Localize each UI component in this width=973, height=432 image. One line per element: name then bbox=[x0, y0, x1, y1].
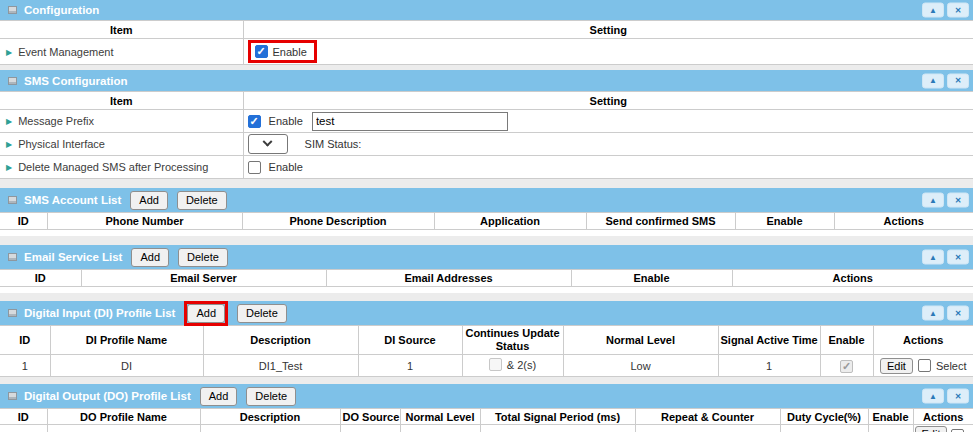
column-header: Phone Description bbox=[242, 213, 434, 230]
window-controls: ▲ ✕ bbox=[922, 193, 969, 208]
close-icon[interactable]: ✕ bbox=[947, 73, 969, 88]
sim-status-label: SIM Status: bbox=[305, 138, 362, 150]
window-controls: ▲ ✕ bbox=[922, 3, 969, 18]
item-label: Event Management bbox=[18, 46, 113, 58]
add-button[interactable]: Add bbox=[187, 304, 225, 323]
close-icon[interactable]: ✕ bbox=[947, 250, 969, 265]
collapse-icon[interactable]: ▲ bbox=[922, 3, 944, 18]
collapse-icon[interactable]: ▲ bbox=[922, 193, 944, 208]
sms-configuration-table: Item Setting ▶Message Prefix Enable ▶Phy… bbox=[0, 91, 973, 179]
column-header: DI Profile Name bbox=[50, 326, 203, 355]
column-header: Enable bbox=[820, 326, 873, 355]
panel-icon bbox=[8, 196, 17, 204]
collapse-icon[interactable]: ▲ bbox=[922, 250, 944, 265]
do-profile-list-section: Digital Output (DO) Profile List Add Del… bbox=[0, 384, 973, 432]
column-header: ID bbox=[0, 213, 47, 230]
table-row: ▶Physical Interface SIM Status: bbox=[0, 133, 973, 156]
section-title: SMS Configuration bbox=[24, 75, 128, 87]
enable-label: Enable bbox=[273, 46, 307, 58]
select-label: Select bbox=[936, 360, 967, 372]
column-header: Repeat & Counter bbox=[635, 409, 780, 425]
continues-update-checkbox bbox=[489, 358, 502, 371]
configuration-table: Item Setting ▶Event Management Enable bbox=[0, 20, 973, 65]
continues-update-value: & 2(s) bbox=[507, 359, 536, 371]
item-label: Message Prefix bbox=[18, 115, 94, 127]
do-normal-level: Low bbox=[400, 425, 480, 432]
column-header: Actions bbox=[873, 326, 973, 355]
add-button[interactable]: Add bbox=[130, 191, 168, 210]
panel-icon bbox=[8, 392, 17, 400]
delete-managed-sms-enable-checkbox[interactable] bbox=[248, 161, 261, 174]
highlight-box: Add bbox=[184, 301, 228, 326]
do-id: 1 bbox=[0, 425, 47, 432]
sms-configuration-section: SMS Configuration ▲ ✕ Item Setting ▶Mess… bbox=[0, 70, 973, 179]
message-prefix-input[interactable] bbox=[312, 112, 508, 131]
column-header: Description bbox=[200, 409, 340, 425]
column-header: Actions bbox=[732, 270, 973, 287]
add-button[interactable]: Add bbox=[131, 248, 169, 267]
edit-button[interactable]: Edit bbox=[880, 358, 913, 374]
item-label: Delete Managed SMS after Processing bbox=[18, 161, 208, 173]
delete-button[interactable]: Delete bbox=[177, 191, 227, 210]
di-profile-name: DI bbox=[50, 355, 203, 377]
configuration-section: Configuration ▲ ✕ Item Setting ▶Event Ma… bbox=[0, 0, 973, 65]
close-icon[interactable]: ✕ bbox=[947, 389, 969, 404]
column-header: Application bbox=[434, 213, 586, 230]
physical-interface-select[interactable] bbox=[248, 134, 288, 154]
table-row: 1 DI DI1_Test 1 & 2(s) Low 1 Edit Select bbox=[0, 355, 973, 377]
column-header: Continues Update Status bbox=[462, 326, 563, 355]
email-service-list-section: Email Service List Add Delete ▲ ✕ ID Ema… bbox=[0, 245, 973, 293]
window-controls: ▲ ✕ bbox=[922, 250, 969, 265]
di-profile-list-header: Digital Input (DI) Profile List Add Dele… bbox=[0, 301, 973, 325]
delete-button[interactable]: Delete bbox=[246, 387, 296, 406]
column-header-item: Item bbox=[0, 92, 243, 110]
configuration-header: Configuration ▲ ✕ bbox=[0, 0, 973, 20]
close-icon[interactable]: ✕ bbox=[947, 306, 969, 321]
collapse-icon[interactable]: ▲ bbox=[922, 389, 944, 404]
section-title: Digital Output (DO) Profile List bbox=[24, 390, 191, 402]
column-header: Email Server bbox=[81, 270, 326, 287]
item-arrow-icon: ▶ bbox=[6, 163, 12, 172]
column-header: Enable bbox=[868, 409, 913, 425]
di-normal-level: Low bbox=[563, 355, 718, 377]
column-header: Phone Number bbox=[47, 213, 242, 230]
edit-button[interactable]: Edit bbox=[915, 426, 948, 432]
panel-icon bbox=[8, 309, 17, 317]
window-controls: ▲ ✕ bbox=[922, 306, 969, 321]
highlight-box: Enable bbox=[248, 40, 317, 63]
column-header: DI Source bbox=[358, 326, 462, 355]
collapse-icon[interactable]: ▲ bbox=[922, 306, 944, 321]
table-row: 1 FAN FANONOFF 1 Low 10000 & 0 100 Edit … bbox=[0, 425, 973, 432]
delete-button[interactable]: Delete bbox=[178, 248, 228, 267]
message-prefix-enable-checkbox[interactable] bbox=[248, 115, 261, 128]
sms-account-list-header: SMS Account List Add Delete ▲ ✕ bbox=[0, 188, 973, 212]
column-header: ID bbox=[0, 270, 81, 287]
column-header: ID bbox=[0, 409, 47, 425]
close-icon[interactable]: ✕ bbox=[947, 193, 969, 208]
di-description: DI1_Test bbox=[203, 355, 358, 377]
do-duty-cycle: 100 bbox=[780, 425, 868, 432]
window-controls: ▲ ✕ bbox=[922, 389, 969, 404]
di-signal-active-time: 1 bbox=[718, 355, 820, 377]
sms-account-table: ID Phone Number Phone Description Applic… bbox=[0, 212, 973, 230]
collapse-icon[interactable]: ▲ bbox=[922, 73, 944, 88]
column-header: DO Profile Name bbox=[47, 409, 200, 425]
do-profile-table: ID DO Profile Name Description DO Source… bbox=[0, 408, 973, 432]
section-title: Email Service List bbox=[24, 251, 122, 263]
do-profile-list-header: Digital Output (DO) Profile List Add Del… bbox=[0, 384, 973, 408]
close-icon[interactable]: ✕ bbox=[947, 3, 969, 18]
column-header: Duty Cycle(%) bbox=[780, 409, 868, 425]
column-header: Description bbox=[203, 326, 358, 355]
column-header-item: Item bbox=[0, 21, 243, 39]
sms-configuration-header: SMS Configuration ▲ ✕ bbox=[0, 70, 973, 91]
do-profile-name: FAN bbox=[47, 425, 200, 432]
section-title: Digital Input (DI) Profile List bbox=[24, 307, 175, 319]
select-checkbox[interactable] bbox=[918, 359, 931, 372]
add-button[interactable]: Add bbox=[200, 387, 238, 406]
delete-button[interactable]: Delete bbox=[237, 304, 287, 323]
di-source: 1 bbox=[358, 355, 462, 377]
event-management-enable-checkbox[interactable] bbox=[255, 45, 268, 58]
column-header: Send confirmed SMS bbox=[586, 213, 735, 230]
table-row: ▶Event Management Enable bbox=[0, 39, 973, 65]
column-header: Normal Level bbox=[400, 409, 480, 425]
